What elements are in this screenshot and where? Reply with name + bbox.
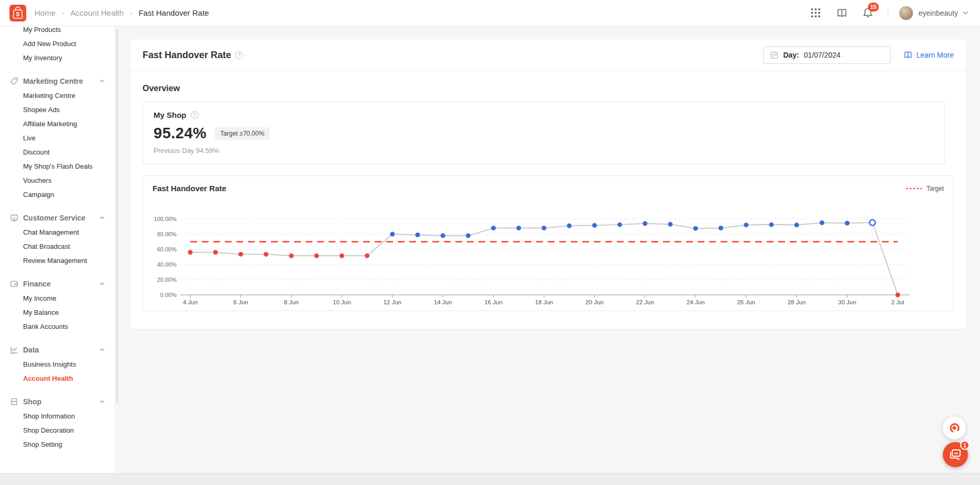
chart-point[interactable] [213,250,218,255]
sidebar-item-my-inventory[interactable]: My Inventory [0,51,114,65]
x-axis-tick-label: 28 Jun [788,299,806,305]
sidebar-item-chat-broadcast[interactable]: Chat Broadcast [0,239,114,253]
notifications-bell-icon[interactable]: 15 [862,7,874,19]
breadcrumb-account-health[interactable]: Account Health [70,8,124,17]
overview-heading: Overview [143,84,954,93]
shop-icon [10,398,18,406]
chart-point[interactable] [188,250,193,255]
chart-point[interactable] [567,224,572,228]
topbar-actions: 15 eyeinbeauty [796,6,968,20]
page-header-controls: Day: 01/07/2024 Learn More [763,46,954,64]
sidebar-item-chat-management[interactable]: Chat Management [0,225,114,239]
chart-point[interactable] [643,221,647,226]
chat-float-button[interactable]: 1 [943,442,968,467]
y-axis-tick-label: 100.00% [154,216,177,222]
chart-point[interactable] [693,226,698,231]
my-shop-rate-value: 95.24% [154,125,206,142]
sidebar-item-marketing-centre[interactable]: Marketing Centre [0,89,114,103]
chart-point[interactable] [617,222,622,227]
chart-point[interactable] [365,253,369,258]
sidebar-item-bank-accounts[interactable]: Bank Accounts [0,319,114,334]
sidebar-section-customer-service[interactable]: Customer Service [0,211,114,225]
sidebar-item-my-income[interactable]: My Income [0,291,114,305]
sidebar-item-account-health[interactable]: Account Health [0,371,114,385]
chart-point[interactable] [744,223,748,227]
sidebar-item-live[interactable]: Live [0,131,114,145]
x-axis-tick-label: 20 Jun [585,299,604,305]
chart-point[interactable] [441,233,445,238]
sidebar-item-my-products[interactable]: My Products [0,26,114,37]
sidebar-section-data[interactable]: Data [0,343,114,357]
guide-book-icon[interactable] [835,7,848,19]
customer-service-float-button[interactable] [943,416,966,439]
fast-handover-chart-card: Fast Handover Rate Target 100.00%80.00%6… [143,175,954,311]
sidebar-item-add-new-product[interactable]: Add New Product [0,37,114,51]
chart-point[interactable] [820,221,824,225]
chart-point[interactable] [718,226,723,230]
sidebar-item-my-shop-s-flash-deals[interactable]: My Shop's Flash Deals [0,159,114,173]
sidebar-section-finance[interactable]: Finance [0,277,114,291]
chart-point[interactable] [264,252,268,257]
topbar-divider [888,7,888,19]
chart-point[interactable] [415,233,420,237]
chart-point[interactable] [769,222,774,227]
chart-point[interactable] [238,252,243,257]
date-filter-label: Day: [783,51,799,59]
user-menu[interactable]: eyeinbeauty [899,6,968,20]
fast-handover-line-chart[interactable]: 100.00%80.00%60.00%40.00%20.00%0.00%4 Ju… [153,199,944,306]
chart-point[interactable] [390,232,395,237]
chart-point-selected[interactable] [869,219,875,225]
shopee-logo[interactable]: S [9,5,26,21]
apps-grid-icon[interactable] [809,7,822,19]
sidebar-item-shopee-ads[interactable]: Shopee Ads [0,103,114,117]
page-title-help-icon[interactable]: ? [235,51,243,59]
chart-point[interactable] [340,253,344,258]
chart-point[interactable] [466,233,471,238]
chart-point[interactable] [896,293,900,297]
breadcrumb-home[interactable]: Home [35,8,56,17]
chart-point[interactable] [516,226,521,230]
sidebar-item-campaign[interactable]: Campaign [0,188,114,202]
line-chart[interactable]: 100.00%80.00%60.00%40.00%20.00%0.00%4 Ju… [153,199,944,306]
x-axis-tick-label: 22 Jun [636,299,655,305]
chart-point[interactable] [491,226,496,230]
service-ring-icon [948,421,961,435]
chart-point[interactable] [314,253,319,258]
legend-target[interactable]: Target [906,185,944,192]
sidebar-item-my-balance[interactable]: My Balance [0,305,114,319]
sidebar-item-review-management[interactable]: Review Management [0,253,114,268]
sidebar-item-vouchers[interactable]: Vouchers [0,173,114,188]
chart-point[interactable] [289,253,293,258]
previous-day-value: Previous Day 94.59% [154,147,934,155]
x-axis-tick-label: 8 Jun [284,299,299,305]
chart-point[interactable] [794,223,799,227]
chart-point[interactable] [845,221,850,225]
horizontal-scrollbar-track[interactable] [0,473,980,485]
chart-title: Fast Handover Rate [153,184,226,193]
sidebar-item-shop-setting[interactable]: Shop Setting [0,437,114,451]
sidebar-item-affiliate-marketing[interactable]: Affiliate Marketing [0,117,114,131]
sidebar-item-shop-decoration[interactable]: Shop Decoration [0,423,114,437]
chart-point[interactable] [542,226,547,230]
x-axis-tick-label: 6 Jun [233,299,248,305]
sidebar-section-shop[interactable]: Shop [0,394,114,409]
learn-more-link[interactable]: Learn More [903,51,954,59]
sidebar-item-shop-information[interactable]: Shop Information [0,409,114,423]
fast-handover-rate-card: Fast Handover Rate ? Day: 01/07/2024 [130,39,966,329]
sidebar-item-discount[interactable]: Discount [0,145,114,159]
x-axis-tick-label: 14 Jun [434,299,452,305]
sidebar-section-marketing-centre[interactable]: Marketing Centre [0,74,114,89]
sidebar-scrollbar[interactable] [116,29,118,403]
my-shop-summary-card: My Shop ? 95.24% Target ≥70.00% Previous… [143,102,945,164]
chart-point[interactable] [592,223,597,228]
date-picker[interactable]: Day: 01/07/2024 [763,46,891,64]
learn-more-label: Learn More [916,51,954,59]
tag-icon [10,77,18,85]
x-axis-tick-label: 12 Jun [383,299,401,305]
sidebar-group-customer-service: Customer ServiceChat ManagementChat Broa… [0,211,114,268]
page-header: Fast Handover Rate ? Day: 01/07/2024 [130,39,966,71]
chart-point[interactable] [668,222,673,227]
my-shop-help-icon[interactable]: ? [191,111,199,119]
sidebar-item-business-insights[interactable]: Business Insights [0,357,114,371]
calendar-icon [770,51,778,59]
